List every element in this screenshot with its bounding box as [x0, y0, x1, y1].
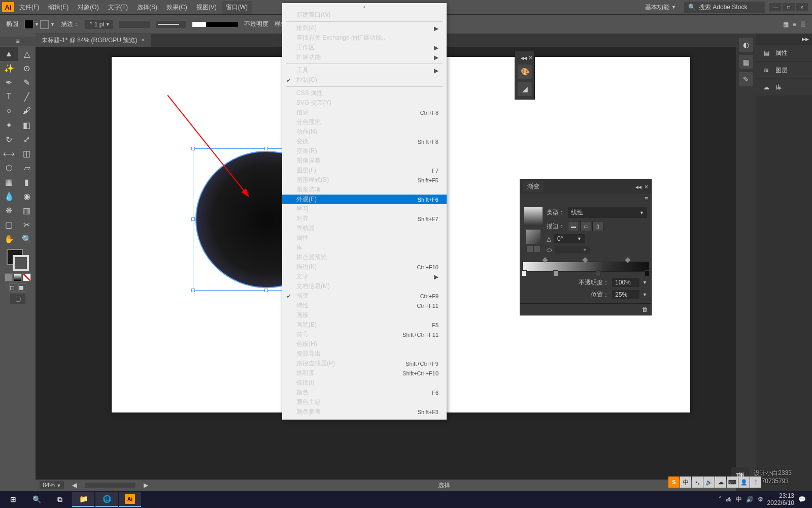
- tray-settings-icon[interactable]: ⚙: [758, 496, 763, 503]
- panel-properties[interactable]: ▤属性: [756, 45, 812, 61]
- menu-view[interactable]: 视图(V): [192, 1, 221, 14]
- width-tool[interactable]: ⟷: [0, 146, 18, 161]
- tray-network-icon[interactable]: 🖧: [726, 496, 732, 503]
- menu-item[interactable]: 符号Shift+Ctrl+F11: [282, 330, 447, 339]
- stroke-within-icon[interactable]: ▬: [568, 221, 579, 231]
- pen-tool[interactable]: ✒: [0, 75, 18, 89]
- menu-item[interactable]: 颜色F6: [282, 388, 447, 397]
- panel-icon-color[interactable]: ◐: [739, 38, 753, 52]
- perspective-tool[interactable]: ▱: [18, 161, 36, 175]
- document-tab[interactable]: 未标题-1* @ 84% (RGB/GPU 预览) ×: [36, 34, 151, 47]
- menu-item[interactable]: 扩展功能▶: [282, 52, 447, 62]
- magic-wand-tool[interactable]: ✨: [0, 61, 18, 75]
- menu-item[interactable]: 工作区▶: [282, 43, 447, 52]
- taskbar-app-1[interactable]: 📁: [72, 492, 94, 507]
- tab-close[interactable]: ×: [141, 37, 145, 44]
- reverse-gradient-icon[interactable]: [527, 246, 533, 252]
- none-mode[interactable]: [23, 273, 31, 281]
- menu-select[interactable]: 选择(S): [133, 1, 161, 14]
- menu-item[interactable]: 库: [282, 243, 447, 252]
- ime-toolbar[interactable]: S中•,🔊☁⌨👤⋮: [668, 477, 761, 488]
- gradient-type-select[interactable]: 线性▼: [568, 207, 647, 218]
- brush-select[interactable]: [156, 21, 186, 28]
- menu-item[interactable]: 资源导出: [282, 349, 447, 359]
- gradient-slider[interactable]: [522, 262, 649, 272]
- color-panel-icon[interactable]: 🎨: [518, 65, 532, 79]
- panel-icon-brushes[interactable]: ✎: [739, 72, 753, 86]
- color-guide-icon[interactable]: ◢: [518, 82, 532, 96]
- menu-item[interactable]: 外观(E)Shift+F6: [282, 195, 447, 204]
- menu-icon[interactable]: ☰: [800, 21, 806, 28]
- stroke-style-select[interactable]: [119, 21, 150, 28]
- draw-behind[interactable]: ◼: [18, 283, 26, 292]
- gradient-tool[interactable]: ▮: [18, 175, 36, 189]
- menu-item[interactable]: 颜色主题: [282, 397, 447, 407]
- shape-builder-tool[interactable]: ⬡: [0, 161, 18, 175]
- window-close[interactable]: ×: [796, 3, 808, 11]
- dropdown-grip[interactable]: ▴: [359, 4, 369, 8]
- symbol-sprayer-tool[interactable]: ❋: [0, 203, 18, 217]
- direct-selection-tool[interactable]: △: [18, 47, 36, 61]
- gradient-panel-tab[interactable]: 渐变: [523, 181, 544, 192]
- blend-tool[interactable]: ◉: [18, 189, 36, 203]
- menu-item[interactable]: 分色预览: [282, 117, 447, 127]
- menu-item[interactable]: SVG 交互(Y): [282, 98, 447, 108]
- fill-stroke-swatches[interactable]: [7, 249, 29, 271]
- stop-position-input[interactable]: 25%: [612, 290, 639, 299]
- menu-window[interactable]: 窗口(W): [222, 1, 252, 14]
- menu-item[interactable]: 变换Shift+F8: [282, 137, 447, 146]
- taskbar-clock[interactable]: 23:132022/6/10: [767, 492, 794, 507]
- stroke-swatch[interactable]: [40, 20, 49, 29]
- menu-item[interactable]: 工具▶: [282, 66, 447, 75]
- stroke-across-icon[interactable]: ▯: [592, 221, 603, 231]
- draw-normal[interactable]: ◻: [9, 283, 17, 292]
- curvature-tool[interactable]: ✎: [18, 75, 36, 89]
- mesh-tool[interactable]: ▦: [0, 175, 18, 189]
- gradient-mode[interactable]: [14, 273, 22, 281]
- panel-layers[interactable]: ≋图层: [756, 62, 812, 78]
- grid-icon[interactable]: ▦: [783, 21, 789, 28]
- taskbar-app-2[interactable]: 🌐: [95, 492, 118, 507]
- menu-item[interactable]: CSS 属性: [282, 88, 447, 98]
- selection-tool[interactable]: ▲: [0, 47, 18, 61]
- menu-item[interactable]: 描边(K)Ctrl+F10: [282, 262, 447, 272]
- menu-item[interactable]: 颜色参考Shift+F3: [282, 407, 447, 417]
- menu-effect[interactable]: 效果(C): [162, 1, 191, 14]
- nav-next[interactable]: ▶: [144, 482, 148, 489]
- menu-item[interactable]: 排列(A)▶: [282, 23, 447, 33]
- search-stock[interactable]: 🔍搜索 Adobe Stock: [684, 2, 765, 13]
- gradient-preview[interactable]: [524, 207, 543, 226]
- start-button[interactable]: ⊞: [2, 492, 24, 507]
- menu-item[interactable]: 图像描摹: [282, 156, 447, 166]
- menu-item[interactable]: 画板: [282, 310, 447, 320]
- menu-item[interactable]: ✓控制(C): [282, 75, 447, 85]
- menu-item[interactable]: 文档信息(M): [282, 281, 447, 291]
- window-minimize[interactable]: —: [769, 3, 782, 11]
- menu-item[interactable]: 透明度Shift+Ctrl+F10: [282, 368, 447, 378]
- menu-item[interactable]: 图层(L)F7: [282, 166, 447, 175]
- line-tool[interactable]: ╱: [18, 89, 36, 104]
- menu-item[interactable]: 查找有关 Exchange 的扩展功能...: [282, 33, 447, 43]
- fill-swatch[interactable]: [24, 20, 33, 29]
- nav-prev[interactable]: ◀: [72, 482, 77, 489]
- menu-item[interactable]: 变量(R): [282, 146, 447, 156]
- color-mode[interactable]: [5, 273, 13, 281]
- menu-item[interactable]: 色板(H): [282, 339, 447, 349]
- tray-ime-icon[interactable]: 中: [736, 495, 742, 504]
- gradient-options-icon[interactable]: [534, 246, 540, 252]
- tray-sound-icon[interactable]: 🔊: [746, 496, 754, 503]
- gradient-swatch[interactable]: [526, 230, 540, 244]
- panel-collapse-icon[interactable]: ▶▶: [802, 37, 809, 44]
- menu-item[interactable]: 画笔(B)F5: [282, 320, 447, 330]
- menu-file[interactable]: 文件(F): [15, 1, 43, 14]
- menu-item[interactable]: 对齐Shift+F7: [282, 214, 447, 224]
- menu-object[interactable]: 对象(O): [74, 1, 103, 14]
- gradient-aspect-input[interactable]: ▼: [555, 246, 590, 253]
- menu-item[interactable]: 路径查找器(P)Shift+Ctrl+F9: [282, 359, 447, 368]
- artboard-tool[interactable]: ▢: [0, 217, 18, 232]
- menu-item[interactable]: ✓渐变Ctrl+F9: [282, 291, 447, 301]
- menu-item[interactable]: 链接(I): [282, 378, 447, 388]
- stroke-profile[interactable]: [192, 22, 238, 27]
- zoom-tool[interactable]: 🔍: [18, 232, 36, 246]
- slice-tool[interactable]: ✂: [18, 217, 36, 232]
